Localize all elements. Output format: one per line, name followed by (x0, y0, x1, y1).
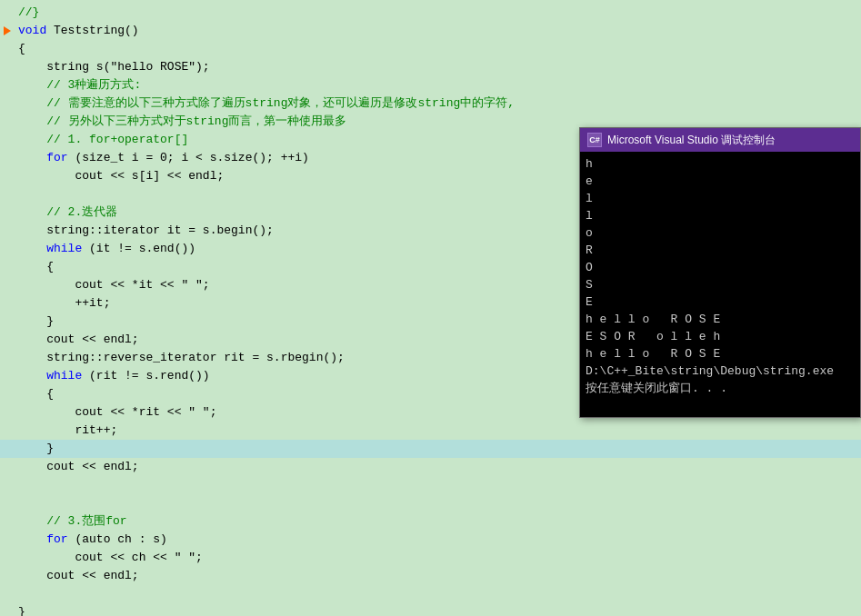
token-plain: cout << *rit << " "; (75, 405, 216, 419)
token-cmt: // 另外以下三种方式对于string而言，第一种使用最多 (46, 114, 346, 128)
code-line: cout << ch << " "; (0, 549, 861, 567)
token-plain: { (46, 387, 54, 401)
code-line: cout << endl; (0, 567, 861, 585)
line-content: void Teststring() (13, 22, 139, 40)
console-output-line: E (586, 293, 855, 311)
line-gutter (0, 26, 13, 35)
code-line: string s("hello ROSE"); (0, 58, 861, 76)
line-content: // 2.迭代器 (13, 204, 117, 222)
line-content: } (13, 313, 54, 331)
token-cmt: // 3种遍历方式: (46, 78, 141, 92)
line-content: cout << ch << " "; (13, 549, 203, 567)
token-plain: } (46, 442, 54, 455)
console-body: helloROSEh e l l o R O S EE S O R o l l … (580, 152, 860, 417)
console-output-line: R (586, 242, 855, 259)
console-output-line: e (586, 173, 855, 190)
line-content: string::reverse_iterator rit = s.rbegin(… (13, 349, 345, 367)
main-container: //}void Teststring(){ string s("hello RO… (0, 0, 861, 616)
console-output-line: l (586, 190, 855, 207)
line-content: // 3.范围for (13, 512, 127, 531)
line-content: // 1. for+operator[] (13, 131, 188, 149)
code-line: rit++; (0, 422, 861, 440)
console-output-line: E S O R o l l e h (586, 328, 855, 345)
token-plain: cout << endl; (46, 569, 138, 582)
token-plain: (size_t i = 0; i < s.size(); ++i) (68, 151, 309, 164)
line-content: cout << endl; (13, 567, 139, 585)
token-kw: while (46, 242, 82, 255)
line-content: ++it; (13, 294, 110, 313)
token-plain: cout << endl; (46, 333, 138, 346)
line-arrow-icon (4, 26, 11, 35)
code-line: { (0, 40, 861, 58)
token-kw: for (46, 532, 67, 546)
code-line: } (0, 603, 861, 616)
line-content: for (size_t i = 0; i < s.size(); ++i) (13, 149, 309, 167)
vs-icon: C# (587, 133, 602, 147)
line-content: } (13, 440, 54, 458)
line-content: rit++; (13, 422, 117, 440)
token-plain: ++it; (75, 296, 110, 310)
token-plain: (it != s.end()) (82, 242, 195, 255)
token-plain: } (46, 314, 54, 328)
token-cmt: // 需要注意的以下三种方式除了遍历string对象，还可以遍历是修改strin… (46, 96, 515, 110)
token-cmt: // 1. for+operator[] (46, 133, 188, 146)
code-line: cout << endl; (0, 458, 861, 476)
console-output-line: l (586, 207, 855, 224)
token-plain: Teststring() (46, 24, 138, 37)
line-content: for (auto ch : s) (13, 531, 167, 549)
code-line: //} (0, 4, 861, 22)
code-line: // 3.范围for (0, 512, 861, 531)
code-line (0, 476, 861, 494)
console-output-line: 按任意键关闭此窗口. . . (586, 380, 855, 397)
token-plain: { (18, 42, 25, 55)
line-content: { (13, 258, 54, 276)
console-titlebar: C# Microsoft Visual Studio 调试控制台 (580, 128, 860, 152)
code-line: } (0, 440, 861, 458)
token-plain: string::reverse_iterator rit = s.rbegin(… (46, 351, 345, 364)
console-output-line: O (586, 259, 855, 276)
line-content: // 需要注意的以下三种方式除了遍历string对象，还可以遍历是修改strin… (13, 94, 515, 113)
code-line (0, 494, 861, 512)
line-content: // 3种遍历方式: (13, 76, 141, 94)
line-content: cout << endl; (13, 331, 139, 349)
console-output-line: D:\C++_Bite\string\Debug\string.exe (586, 363, 855, 380)
token-plain: } (18, 605, 25, 616)
token-cmt: // 3.范围for (46, 514, 126, 528)
token-plain: string::iterator it = s.begin(); (46, 224, 274, 237)
code-line: // 3种遍历方式: (0, 76, 861, 94)
line-content: string::iterator it = s.begin(); (13, 222, 274, 240)
token-kw: while (46, 369, 82, 383)
console-window[interactable]: C# Microsoft Visual Studio 调试控制台 helloRO… (579, 127, 861, 418)
token-plain: { (46, 260, 54, 273)
token-cmt: // 2.迭代器 (46, 205, 117, 219)
line-content: // 另外以下三种方式对于string而言，第一种使用最多 (13, 113, 346, 131)
line-content: //} (13, 4, 39, 22)
line-content: cout << *it << " "; (13, 276, 210, 294)
token-kw: for (46, 151, 67, 164)
code-line (0, 585, 861, 603)
code-line: for (auto ch : s) (0, 531, 861, 549)
console-output-line: o (586, 224, 855, 242)
token-cmt: //} (18, 5, 39, 19)
token-kw: void (18, 24, 46, 37)
token-plain: cout << ch << " "; (75, 551, 202, 564)
line-content: string s("hello ROSE"); (13, 58, 210, 76)
token-plain: string s("hello ROSE"); (46, 60, 209, 74)
console-output-line: h e l l o R O S E (586, 345, 855, 363)
console-output-line: h (586, 155, 855, 173)
token-plain: cout << *it << " "; (75, 278, 209, 292)
line-content: { (13, 385, 54, 403)
console-output-line: h e l l o R O S E (586, 311, 855, 328)
line-content: cout << endl; (13, 458, 139, 476)
token-plain: (rit != s.rend()) (82, 369, 209, 383)
token-plain: (auto ch : s) (68, 532, 167, 546)
line-content: while (it != s.end()) (13, 240, 195, 258)
token-plain: rit++; (75, 423, 117, 437)
code-line: // 需要注意的以下三种方式除了遍历string对象，还可以遍历是修改strin… (0, 94, 861, 113)
line-content: cout << s[i] << endl; (13, 167, 224, 185)
console-title: Microsoft Visual Studio 调试控制台 (607, 133, 776, 148)
token-plain: cout << endl; (46, 460, 138, 473)
line-content: cout << *rit << " "; (13, 403, 216, 422)
code-line: void Teststring() (0, 22, 861, 40)
line-content: } (13, 603, 25, 616)
